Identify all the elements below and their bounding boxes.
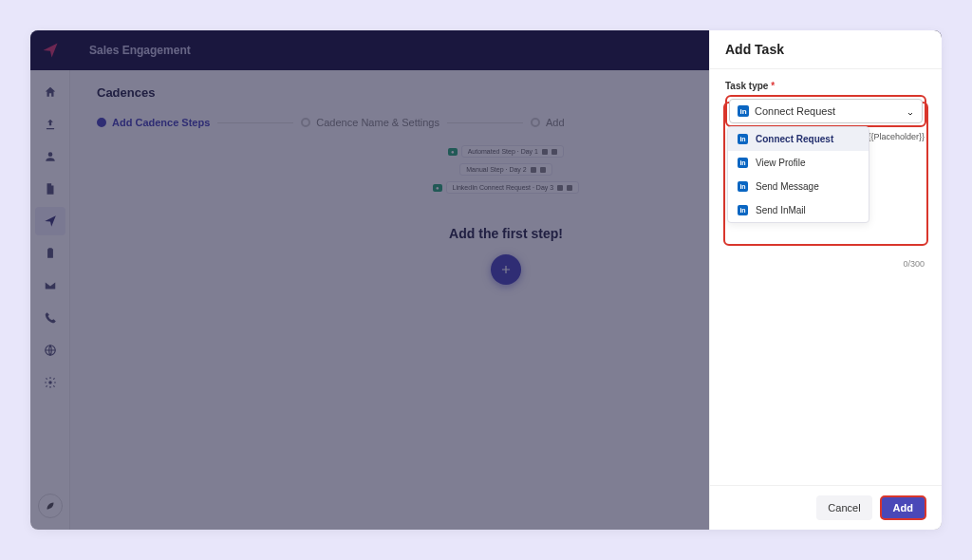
mini-icon: [531, 167, 536, 173]
preview-row: Manual Step · Day 2: [459, 163, 551, 176]
sidebar-home-icon[interactable]: [35, 78, 65, 106]
add-button[interactable]: Add: [880, 495, 926, 520]
task-type-label: Task type *: [725, 81, 926, 91]
linkedin-icon: in: [738, 158, 748, 168]
option-connect-request[interactable]: in Connect Request: [728, 127, 869, 151]
sidebar-upload-icon[interactable]: [35, 110, 65, 139]
app-window: Sales Engagement Cadences Add Cadence St…: [30, 30, 942, 530]
preview-card[interactable]: LinkedIn Connect Request · Day 3: [446, 181, 580, 194]
placeholder-token[interactable]: {{Placeholder}}: [868, 132, 925, 141]
linkedin-icon: in: [738, 181, 748, 192]
add-task-panel: Add Task Task type * in Connect Request …: [709, 30, 942, 530]
sidebar-clipboard-icon[interactable]: [35, 239, 65, 268]
step-label: Add: [546, 117, 565, 128]
preview-text: Automated Step · Day 1: [468, 148, 538, 155]
step-name-settings[interactable]: Cadence Name & Settings: [301, 117, 439, 128]
mini-icon: [542, 149, 548, 155]
panel-body: Task type * in Connect Request in Connec…: [710, 69, 942, 485]
sidebar-globe-icon[interactable]: [35, 336, 65, 364]
sidebar: [30, 70, 70, 530]
auto-badge-icon: ●: [433, 184, 442, 192]
mini-icon: [540, 167, 546, 173]
svg-point-1: [48, 381, 52, 384]
option-send-inmail[interactable]: in Send InMail: [728, 198, 869, 222]
step-divider: [447, 122, 523, 123]
option-label: Connect Request: [756, 134, 833, 144]
step-divider: [217, 122, 293, 123]
mini-icon: [551, 149, 557, 155]
add-first-heading: Add the first step!: [449, 226, 563, 241]
step-label: Add Cadence Steps: [112, 117, 210, 128]
topbar-title: Sales Engagement: [70, 44, 191, 57]
preview-row: ● Automated Step · Day 1: [448, 145, 564, 158]
step-add[interactable]: Add: [531, 117, 565, 128]
linkedin-icon: in: [738, 105, 749, 117]
preview-card[interactable]: Automated Step · Day 1: [461, 145, 564, 158]
step-label: Cadence Name & Settings: [316, 117, 439, 128]
mini-icon: [567, 185, 572, 191]
option-label: Send Message: [756, 181, 819, 192]
sidebar-fab-rocket[interactable]: [38, 494, 63, 518]
task-type-select-highlight: in Connect Request: [725, 95, 926, 127]
task-type-select[interactable]: in Connect Request: [729, 99, 923, 123]
mini-icon: [557, 185, 563, 191]
sidebar-phone-icon[interactable]: [35, 304, 65, 332]
step-dot-icon: [531, 118, 540, 127]
preview-text: Manual Step · Day 2: [466, 166, 526, 173]
sidebar-user-icon[interactable]: [35, 142, 65, 171]
app-logo: [30, 30, 70, 70]
preview-text: LinkedIn Connect Request · Day 3: [453, 184, 554, 191]
selected-value: Connect Request: [755, 105, 835, 117]
cancel-button[interactable]: Cancel: [816, 495, 871, 520]
label-text: Task type: [725, 81, 768, 91]
sidebar-settings-icon[interactable]: [35, 368, 65, 397]
option-label: View Profile: [756, 158, 806, 168]
sidebar-file-icon[interactable]: [35, 175, 65, 203]
option-label: Send InMail: [756, 205, 806, 215]
preview-row: ● LinkedIn Connect Request · Day 3: [433, 181, 579, 194]
panel-footer: Cancel Add: [710, 485, 942, 530]
linkedin-icon: in: [738, 134, 748, 144]
preview-card[interactable]: Manual Step · Day 2: [459, 163, 551, 176]
add-step-button[interactable]: [491, 254, 521, 285]
sidebar-mail-icon[interactable]: [35, 271, 65, 300]
panel-title: Add Task: [710, 30, 942, 69]
step-add-cadence[interactable]: Add Cadence Steps: [97, 117, 210, 128]
option-view-profile[interactable]: in View Profile: [728, 151, 869, 175]
linkedin-icon: in: [738, 205, 748, 215]
auto-badge-icon: ●: [448, 148, 458, 156]
sidebar-send-icon[interactable]: [35, 207, 65, 235]
task-type-dropdown: in Connect Request in View Profile in Se…: [727, 126, 869, 223]
chevron-down-icon: [907, 108, 914, 120]
step-dot-icon: [97, 118, 106, 127]
required-asterisk: *: [771, 81, 775, 91]
step-dot-icon: [301, 118, 310, 127]
char-count: 0/300: [903, 259, 925, 269]
option-send-message[interactable]: in Send Message: [728, 175, 869, 198]
